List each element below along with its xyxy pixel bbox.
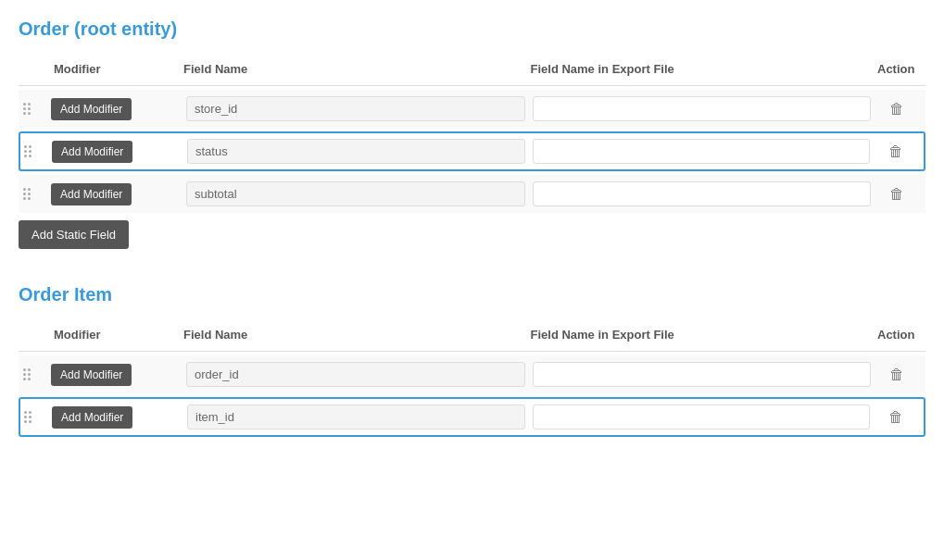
field-name-cell (177, 96, 523, 121)
export-field-cell (523, 96, 870, 121)
header-export-field: Field Name in Export File (523, 58, 871, 80)
action-cell: 🗑 (869, 97, 925, 121)
drag-handle[interactable] (20, 411, 48, 423)
order-root-section: Order (root entity) Modifier Field Name … (19, 19, 925, 256)
action-cell: 🗑 (868, 405, 924, 429)
field-name-cell (178, 404, 523, 429)
add-static-field-button[interactable]: Add Static Field (19, 220, 129, 249)
field-name-cell (178, 139, 523, 164)
export-field-input[interactable] (533, 96, 872, 121)
field-name-input[interactable] (187, 404, 525, 429)
add-modifier-button[interactable]: Add Modifier (51, 364, 132, 386)
trash-icon: 🗑 (888, 143, 903, 159)
delete-button[interactable]: 🗑 (886, 363, 908, 387)
order-root-title: Order (root entity) (19, 19, 925, 40)
field-name-cell (177, 181, 523, 206)
header-export-field: Field Name in Export File (523, 324, 871, 345)
order-item-title: Order Item (19, 284, 925, 305)
field-name-input[interactable] (187, 139, 525, 164)
modifier-cell: Add Modifier (48, 141, 178, 163)
table-row: Add Modifier 🗑 (19, 175, 925, 213)
drag-handle[interactable] (19, 188, 47, 200)
trash-icon: 🗑 (889, 367, 904, 382)
header-modifier: Modifier (46, 58, 176, 80)
header-action: Action (870, 324, 925, 345)
header-drag (19, 324, 46, 345)
action-cell: 🗑 (868, 140, 924, 164)
delete-button[interactable]: 🗑 (886, 97, 908, 121)
field-name-input[interactable] (186, 362, 525, 387)
export-field-input[interactable] (533, 404, 871, 429)
modifier-cell: Add Modifier (47, 98, 177, 120)
table-row: Add Modifier 🗑 (19, 131, 925, 171)
field-name-input[interactable] (186, 181, 525, 206)
delete-button[interactable]: 🗑 (886, 182, 908, 206)
add-modifier-button[interactable]: Add Modifier (52, 406, 132, 429)
header-field-name: Field Name (176, 324, 523, 345)
export-field-input[interactable] (533, 181, 872, 206)
table-row: Add Modifier 🗑 (19, 397, 925, 437)
header-field-name: Field Name (176, 58, 523, 80)
field-name-input[interactable] (186, 96, 525, 121)
export-field-input[interactable] (533, 139, 871, 164)
add-modifier-button[interactable]: Add Modifier (51, 98, 132, 120)
action-cell: 🗑 (869, 363, 925, 387)
export-field-cell (523, 404, 869, 429)
order-root-header: Modifier Field Name Field Name in Export… (19, 53, 925, 86)
header-action: Action (870, 58, 925, 80)
export-field-cell (523, 181, 870, 206)
table-row: Add Modifier 🗑 (19, 90, 925, 128)
add-modifier-button[interactable]: Add Modifier (51, 183, 132, 205)
drag-handle[interactable] (19, 103, 47, 115)
action-cell: 🗑 (869, 182, 925, 206)
order-item-header: Modifier Field Name Field Name in Export… (19, 318, 925, 352)
field-name-cell (177, 362, 523, 387)
export-field-cell (523, 362, 870, 387)
delete-button[interactable]: 🗑 (885, 140, 907, 164)
page-container: Order (root entity) Modifier Field Name … (19, 19, 925, 437)
header-modifier: Modifier (46, 324, 176, 345)
header-drag (19, 58, 46, 80)
order-item-section: Order Item Modifier Field Name Field Nam… (19, 284, 925, 437)
modifier-cell: Add Modifier (48, 406, 178, 429)
trash-icon: 🗑 (889, 186, 904, 202)
trash-icon: 🗑 (888, 409, 903, 425)
export-field-input[interactable] (533, 362, 872, 387)
drag-handle[interactable] (19, 368, 47, 380)
modifier-cell: Add Modifier (47, 364, 177, 386)
export-field-cell (523, 139, 869, 164)
trash-icon: 🗑 (889, 101, 904, 117)
delete-button[interactable]: 🗑 (885, 405, 907, 429)
add-modifier-button[interactable]: Add Modifier (52, 141, 132, 163)
modifier-cell: Add Modifier (47, 183, 177, 205)
drag-handle[interactable] (20, 145, 48, 157)
table-row: Add Modifier 🗑 (19, 355, 925, 393)
